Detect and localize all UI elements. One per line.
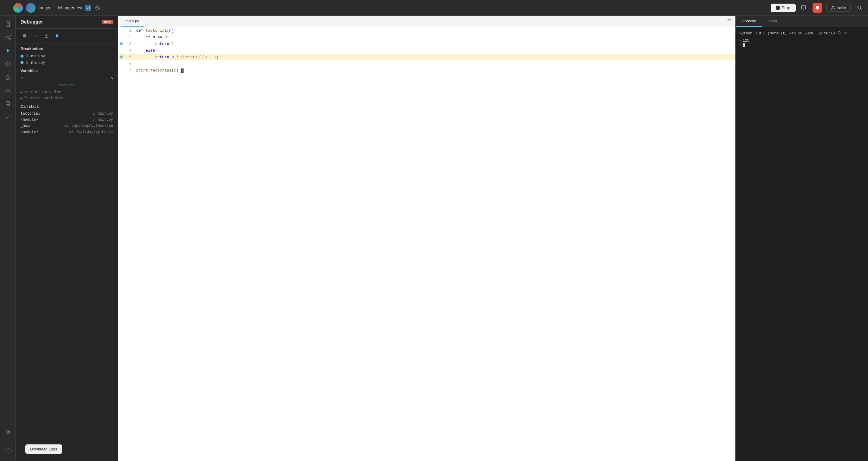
debug-header: Debugger BETA — [16, 16, 118, 29]
tab-console[interactable]: Console — [736, 16, 762, 27]
chevron-right-icon: ▶ — [21, 90, 22, 94]
console-body[interactable]: Python 3.8.2 (default, Feb 26 2020, 02:5… — [736, 27, 868, 461]
call-line-num: 30 — [64, 123, 68, 127]
variable-row: n: 5 — [21, 75, 113, 81]
sidebar-item-check[interactable] — [2, 112, 13, 122]
stop-icon — [776, 6, 780, 10]
sidebar-item-skull[interactable] — [2, 427, 13, 437]
expand-label: function variables — [24, 96, 63, 100]
sidebar-item-lock[interactable] — [2, 72, 13, 83]
menu-button[interactable] — [4, 4, 10, 11]
line-breakpoint-area — [118, 56, 124, 59]
breakpoint-dot — [21, 61, 24, 64]
main-layout: ? Debugger BETA — [0, 16, 868, 461]
stop-debug-button[interactable] — [21, 32, 29, 40]
tab-shell[interactable]: Shell — [762, 16, 783, 27]
editor-area: main.py 1 def factorial(n): 2 if n = — [118, 16, 735, 461]
debug-panel: Debugger BETA Breakpoints — [16, 16, 118, 461]
code-line: 6 — [118, 60, 735, 67]
console-python-header: Python 3.8.2 (default, Feb 26 2020, 02:5… — [739, 31, 835, 36]
expand-function-vars[interactable]: ▶ function variables — [21, 95, 113, 101]
tab-main-py[interactable]: main.py — [121, 16, 144, 27]
var-name: n: — [21, 76, 25, 80]
sidebar-item-share[interactable] — [2, 32, 13, 43]
continue-button[interactable] — [53, 32, 61, 40]
help-button[interactable]: ? — [4, 445, 12, 453]
breakpoints-section-title: Breakpoints — [16, 44, 118, 53]
bp-file: main.py — [31, 60, 45, 64]
invite-label: Invite — [837, 5, 846, 10]
sidebar-item-file[interactable] — [2, 19, 13, 30]
code-line: 7 print(factorial(5))| — [118, 67, 735, 74]
prompt-symbol: ➤ — [739, 43, 741, 47]
call-info: 34 /opt/dap/python/… — [69, 129, 113, 134]
python-icon: py — [85, 5, 91, 11]
expand-special-vars[interactable]: ▶ special variables — [21, 89, 113, 95]
line-number: 6 — [124, 62, 136, 66]
line-code: def factorial(n): — [136, 28, 735, 33]
breakpoints-list: 3 main.py 5 main.py — [16, 53, 118, 65]
call-file-name: main.py — [98, 111, 113, 116]
step-over-button[interactable] — [31, 32, 40, 40]
svg-rect-22 — [23, 34, 26, 37]
line-number: 3 — [124, 41, 136, 46]
svg-marker-24 — [56, 34, 59, 38]
line-breakpoint-area — [118, 42, 124, 45]
console-prompt-line: ➤ 120 — [739, 38, 864, 43]
call-stack-item: factorial 5 main.py — [21, 110, 113, 116]
console-input-line[interactable]: ➤ — [739, 43, 864, 47]
code-line: 1 def factorial(n): — [118, 27, 735, 34]
sidebar-item-cube[interactable] — [2, 59, 13, 69]
topbar-left: tangert / debugger test py — [4, 3, 768, 13]
help-button-container: ? — [0, 440, 17, 458]
code-editor[interactable]: 1 def factorial(n): 2 if n == 0: 3 retur… — [118, 27, 735, 461]
variables-section: n: 5 See Less ▶ special variables ▶ func… — [16, 75, 118, 101]
sidebar-icons: ? — [0, 16, 16, 461]
call-func-name: <module> — [21, 117, 38, 122]
debug-panel-spacer — [16, 135, 118, 437]
tab-menu-button[interactable] — [726, 17, 733, 25]
user-avatar[interactable] — [26, 3, 36, 13]
console-tabs: Console Shell — [736, 16, 868, 27]
breakpoint-indicator — [120, 56, 123, 59]
bp-line-num: 5 — [26, 60, 28, 64]
debug-controls — [16, 29, 118, 44]
sidebar-item-settings[interactable] — [2, 85, 13, 96]
svg-point-1 — [832, 6, 834, 8]
console-search-button[interactable] — [837, 31, 841, 36]
bp-file: main.py — [31, 54, 45, 58]
step-into-button[interactable] — [42, 32, 51, 40]
var-value: 5 — [111, 76, 113, 80]
call-line-num: 5 — [93, 111, 95, 116]
invite-button[interactable]: Invite — [827, 4, 850, 12]
breadcrumb-project: debugger test — [56, 5, 82, 10]
editor-tabs: main.py — [118, 16, 735, 27]
search-button[interactable] — [855, 3, 864, 13]
svg-line-11 — [7, 36, 9, 37]
see-less-button[interactable]: See Less — [21, 81, 113, 89]
call-func-name: factorial — [21, 111, 40, 116]
console-close-button[interactable]: ✕ — [844, 31, 847, 36]
sidebar-item-debugger[interactable] — [2, 45, 13, 56]
call-info: 7 main.py — [93, 117, 113, 122]
breakpoint-item: 3 main.py — [21, 53, 113, 59]
svg-line-29 — [840, 34, 841, 35]
svg-marker-13 — [7, 49, 10, 53]
code-line: 3 return 1 — [118, 40, 735, 47]
sidebar-item-database[interactable] — [2, 98, 13, 109]
call-file-name: main.py — [98, 117, 113, 122]
topbar-right: Invite — [799, 3, 864, 13]
call-line-num: 7 — [93, 117, 95, 122]
notification-button[interactable] — [812, 3, 822, 13]
cursor — [743, 43, 745, 47]
call-stack-section: factorial 5 main.py <module> 7 main.py _… — [16, 110, 118, 135]
line-number: 5 — [124, 55, 136, 59]
chat-button[interactable] — [799, 3, 808, 13]
stop-button[interactable]: Stop — [771, 4, 796, 12]
download-logs-button[interactable]: Download Logs — [25, 444, 62, 454]
call-func-name: _main — [21, 123, 31, 127]
breadcrumb-user: tangert — [38, 5, 52, 10]
history-icon[interactable] — [94, 4, 101, 11]
console-output: 120 — [743, 39, 749, 43]
line-code: return n * factorial(n - 1) — [136, 55, 735, 59]
